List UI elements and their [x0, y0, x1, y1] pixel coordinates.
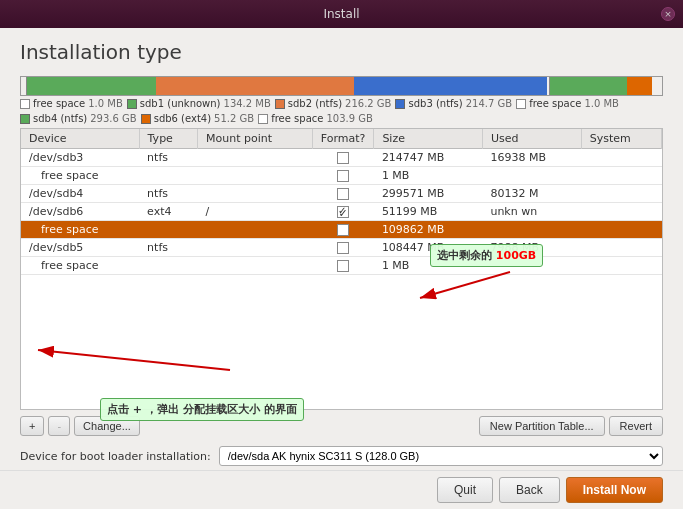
callout-click-text: 点击 + ，弹出 分配挂载区大小 的界面: [107, 403, 297, 416]
label-size-free-2: 103.9 GB: [326, 113, 372, 124]
callout-highlight: 100GB: [492, 249, 536, 262]
label-size-sdb2: 216.2 GB: [345, 98, 391, 109]
col-mount: Mount point: [198, 129, 313, 149]
main-content: Installation type free space 1.0 MB: [0, 28, 683, 509]
label-color-sdb6: [141, 114, 151, 124]
partition-bar-container: [0, 72, 683, 96]
label-size-sdb6: 51.2 GB: [214, 113, 254, 124]
label-text-sdb6: sdb6 (ext4): [154, 113, 211, 124]
window-title: Install: [323, 7, 359, 21]
seg-7: [652, 77, 662, 95]
table-row[interactable]: free space1 MB: [21, 167, 662, 185]
format-checkbox[interactable]: [337, 242, 349, 254]
label-free-0: free space 1.0 MB: [20, 98, 123, 109]
label-text-free-2: free space: [271, 113, 323, 124]
table-row[interactable]: free space109862 MB: [21, 221, 662, 239]
label-color-free-0: [20, 99, 30, 109]
label-sdb6: sdb6 (ext4) 51.2 GB: [141, 113, 255, 124]
seg-5: [550, 77, 627, 95]
format-checkbox[interactable]: [337, 152, 349, 164]
label-size-free-1: 1.0 MB: [584, 98, 619, 109]
label-size-sdb4: 293.6 GB: [90, 113, 136, 124]
bootloader-select[interactable]: /dev/sda AK hynix SC311 S (128.0 GB): [219, 446, 663, 466]
format-checkbox[interactable]: [337, 224, 349, 236]
col-device: Device: [21, 129, 139, 149]
label-sdb4: sdb4 (ntfs) 293.6 GB: [20, 113, 137, 124]
titlebar: Install ×: [0, 0, 683, 28]
table-row[interactable]: /dev/sdb6ext4/✓51199 MBunkn wn: [21, 203, 662, 221]
add-partition-button[interactable]: +: [20, 416, 44, 436]
seg-6: [627, 77, 653, 95]
col-used: Used: [482, 129, 581, 149]
format-checkbox[interactable]: [337, 170, 349, 182]
label-color-sdb3: [395, 99, 405, 109]
callout-select-text: 选中剩余的: [437, 249, 492, 262]
label-color-sdb4: [20, 114, 30, 124]
revert-button[interactable]: Revert: [609, 416, 663, 436]
label-color-free-2: [258, 114, 268, 124]
bootloader-row: Device for boot loader installation: /de…: [0, 442, 683, 470]
format-checkbox[interactable]: [337, 188, 349, 200]
back-button[interactable]: Back: [499, 477, 560, 503]
partition-bar: [20, 76, 663, 96]
quit-button[interactable]: Quit: [437, 477, 493, 503]
format-checkbox[interactable]: [337, 260, 349, 272]
label-text-sdb4: sdb4 (ntfs): [33, 113, 87, 124]
install-now-button[interactable]: Install Now: [566, 477, 663, 503]
callout-click: 点击 + ，弹出 分配挂载区大小 的界面: [100, 398, 304, 421]
seg-1: [27, 77, 155, 95]
label-sdb1: sdb1 (unknown) 134.2 MB: [127, 98, 271, 109]
label-text-sdb3: sdb3 (ntfs): [408, 98, 462, 109]
callout-select: 选中剩余的 100GB: [430, 244, 543, 267]
partition-table: Device Type Mount point Format? Size Use…: [21, 129, 662, 275]
partition-labels: free space 1.0 MB sdb1 (unknown) 134.2 M…: [0, 96, 683, 128]
label-color-sdb1: [127, 99, 137, 109]
seg-2: [156, 77, 355, 95]
col-type: Type: [139, 129, 197, 149]
label-sdb3: sdb3 (ntfs) 214.7 GB: [395, 98, 512, 109]
remove-partition-button[interactable]: -: [48, 416, 70, 436]
label-text-free-0: free space: [33, 98, 85, 109]
label-size-sdb3: 214.7 GB: [466, 98, 512, 109]
close-button[interactable]: ×: [661, 7, 675, 21]
col-format: Format?: [312, 129, 374, 149]
table-header-row: Device Type Mount point Format? Size Use…: [21, 129, 662, 149]
table-row[interactable]: /dev/sdb3ntfs214747 MB16938 MB: [21, 149, 662, 167]
label-color-sdb2: [275, 99, 285, 109]
bootloader-label: Device for boot loader installation:: [20, 450, 211, 463]
label-text-sdb1: sdb1 (unknown): [140, 98, 221, 109]
col-system: System: [581, 129, 661, 149]
label-text-free-1: free space: [529, 98, 581, 109]
format-checkbox[interactable]: ✓: [337, 206, 349, 218]
label-free-1: free space 1.0 MB: [516, 98, 619, 109]
page-title: Installation type: [0, 28, 683, 72]
col-size: Size: [374, 129, 483, 149]
label-sdb2: sdb2 (ntfs) 216.2 GB: [275, 98, 392, 109]
table-row[interactable]: free space1 MB: [21, 257, 662, 275]
label-free-2: free space 103.9 GB: [258, 113, 373, 124]
close-icon: ×: [664, 9, 672, 19]
main-window: Install × Installation type: [0, 0, 683, 509]
label-size-sdb1: 134.2 MB: [224, 98, 271, 109]
label-text-sdb2: sdb2 (ntfs): [288, 98, 342, 109]
seg-3: [354, 77, 546, 95]
table-row[interactable]: /dev/sdb4ntfs299571 MB80132 M: [21, 185, 662, 203]
partition-table-wrapper: Device Type Mount point Format? Size Use…: [20, 128, 663, 410]
new-partition-table-button[interactable]: New Partition Table...: [479, 416, 605, 436]
label-size-free-0: 1.0 MB: [88, 98, 123, 109]
final-buttons-bar: Quit Back Install Now: [0, 470, 683, 509]
table-row[interactable]: /dev/sdb5ntfs108447 MB7988 MB: [21, 239, 662, 257]
label-color-free-1: [516, 99, 526, 109]
